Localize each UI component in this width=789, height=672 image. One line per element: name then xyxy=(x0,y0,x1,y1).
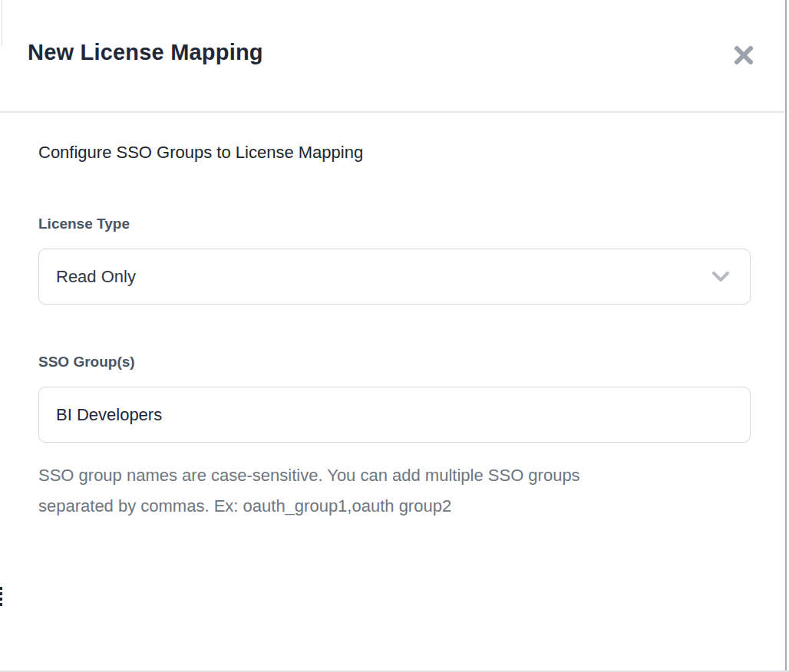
license-type-select[interactable]: Read Only xyxy=(38,249,751,305)
page-edge-left xyxy=(2,0,2,46)
sso-groups-help: SSO group names are case-sensitive. You … xyxy=(38,460,714,522)
license-type-label: License Type xyxy=(38,216,130,232)
modal-subtitle: Configure SSO Groups to License Mapping xyxy=(38,143,363,163)
sso-groups-label: SSO Group(s) xyxy=(38,354,135,371)
sso-groups-help-line1: SSO group names are case-sensitive. You … xyxy=(38,466,580,485)
sso-groups-field xyxy=(38,387,751,443)
close-icon xyxy=(733,44,754,66)
modal-title: New License Mapping xyxy=(28,40,263,65)
sso-groups-help-line2: separated by commas. Ex: oauth_group1,oa… xyxy=(38,496,451,516)
chevron-down-icon xyxy=(711,271,730,283)
license-mapping-modal: New License Mapping Configure SSO Groups… xyxy=(0,0,789,672)
sso-groups-input[interactable] xyxy=(39,387,750,442)
close-button[interactable] xyxy=(728,39,760,71)
page-edge-right xyxy=(785,0,787,672)
license-type-selected-value: Read Only xyxy=(39,267,136,287)
header-divider xyxy=(0,111,787,113)
modal-header: New License Mapping xyxy=(0,0,789,112)
background-list-artifact xyxy=(0,587,2,606)
